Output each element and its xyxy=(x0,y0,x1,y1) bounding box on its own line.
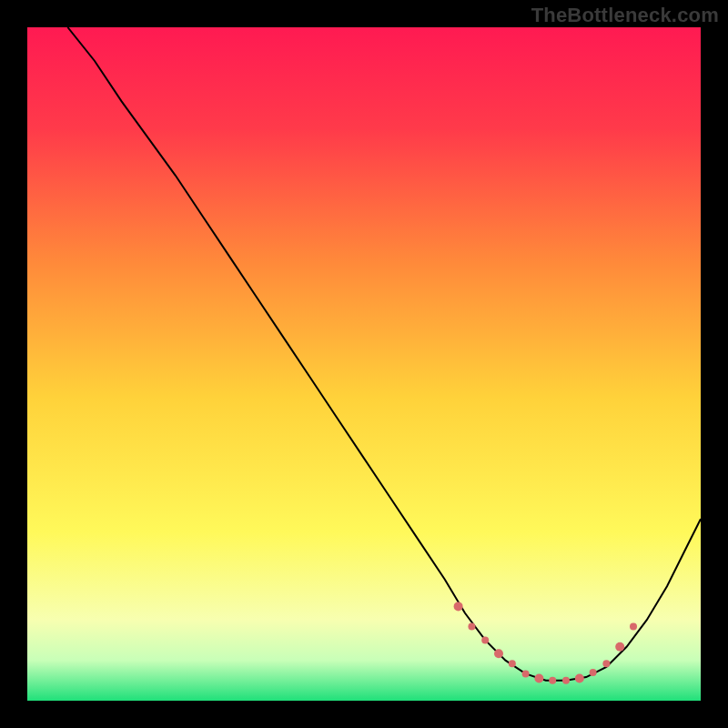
marker-dot xyxy=(534,674,543,683)
marker-dot xyxy=(590,669,597,676)
marker-dot xyxy=(454,602,463,611)
marker-dot xyxy=(494,649,503,658)
gradient-background xyxy=(27,27,701,701)
marker-dot xyxy=(630,623,637,631)
marker-dot xyxy=(481,636,489,643)
chart-frame: TheBottleneck.com xyxy=(0,0,728,728)
chart-svg xyxy=(27,27,701,701)
marker-dot xyxy=(509,660,516,667)
plot-area xyxy=(27,27,701,701)
marker-dot xyxy=(615,642,624,652)
marker-dot xyxy=(575,674,584,683)
marker-dot xyxy=(562,677,570,684)
marker-dot xyxy=(549,677,556,684)
watermark-text: TheBottleneck.com xyxy=(531,4,719,27)
marker-dot xyxy=(522,670,530,677)
marker-dot xyxy=(602,660,610,667)
marker-dot xyxy=(468,623,475,631)
